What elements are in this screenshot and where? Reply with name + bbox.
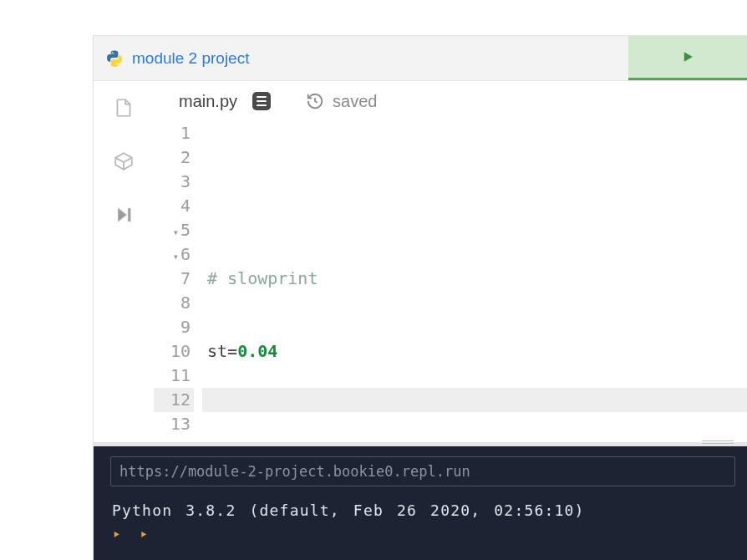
tab-menu-icon[interactable] (252, 92, 271, 110)
editor-panel: main.py saved 1 2 3 4 ▾5 ▾6 7 8 (154, 81, 747, 442)
code-line (207, 412, 747, 436)
project-header[interactable]: module 2 project (94, 49, 249, 68)
line-number: ▾5 (154, 218, 194, 242)
console-panel: https://module-2-project.bookie0.repl.ru… (94, 442, 747, 560)
tab-main-py[interactable]: main.py (154, 81, 287, 121)
repl-url-bar[interactable]: https://module-2-project.bookie0.repl.ru… (110, 456, 735, 486)
line-number: 3 (154, 170, 194, 194)
line-number: 11 (154, 364, 194, 388)
prompt-chevron-icon: ‣ (140, 526, 149, 543)
line-number: 7 (154, 267, 194, 291)
main-area: main.py saved 1 2 3 4 ▾5 ▾6 7 8 (94, 81, 747, 442)
line-number: 10 (154, 339, 194, 364)
run-button[interactable] (628, 36, 747, 80)
tab-label: main.py (179, 92, 237, 111)
saved-indicator: saved (287, 92, 377, 111)
code-line: st=0.04 (207, 339, 747, 364)
code-line: # slowprint (207, 267, 747, 291)
line-number: ▾6 (154, 242, 194, 267)
line-number: 4 (154, 194, 194, 218)
resize-handle[interactable] (702, 440, 734, 444)
line-number: 13 (154, 412, 194, 436)
left-sidebar (94, 81, 154, 442)
repl-url: https://module-2-project.bookie0.repl.ru… (119, 463, 470, 480)
play-icon (679, 48, 696, 65)
project-title[interactable]: module 2 project (132, 49, 249, 68)
packages-icon[interactable] (112, 150, 135, 173)
line-number: 9 (154, 315, 194, 339)
active-line-highlight (202, 388, 747, 412)
code-line (207, 194, 747, 218)
console-prompt[interactable]: ‣ ‣ (94, 524, 747, 555)
line-number: 12 (154, 388, 194, 412)
saved-label: saved (333, 92, 377, 111)
svg-rect-0 (128, 208, 130, 221)
line-number: 8 (154, 291, 194, 315)
console-output-area[interactable]: Python 3.8.2 (default, Feb 26 2020, 02:5… (94, 490, 747, 560)
topbar: module 2 project (94, 36, 747, 81)
python-icon (105, 49, 124, 68)
history-icon (306, 92, 324, 110)
line-number: 1 (154, 121, 194, 145)
line-number: 2 (154, 145, 194, 170)
code-area[interactable]: # slowprint st=0.04 def sp(str): for let… (202, 121, 747, 442)
tab-bar: main.py saved (154, 81, 747, 121)
code-editor[interactable]: 1 2 3 4 ▾5 ▾6 7 8 9 10 11 12 13 (154, 121, 747, 442)
line-number-gutter: 1 2 3 4 ▾5 ▾6 7 8 9 10 11 12 13 (154, 121, 202, 442)
files-icon[interactable] (112, 96, 135, 120)
repl-window: module 2 project main.py (93, 35, 747, 560)
console-banner: Python 3.8.2 (default, Feb 26 2020, 02:5… (94, 490, 747, 524)
debugger-icon[interactable] (112, 203, 135, 227)
prompt-chevron-icon: ‣ (112, 526, 121, 543)
console-panel-wrap: https://module-2-project.bookie0.repl.ru… (94, 442, 747, 560)
